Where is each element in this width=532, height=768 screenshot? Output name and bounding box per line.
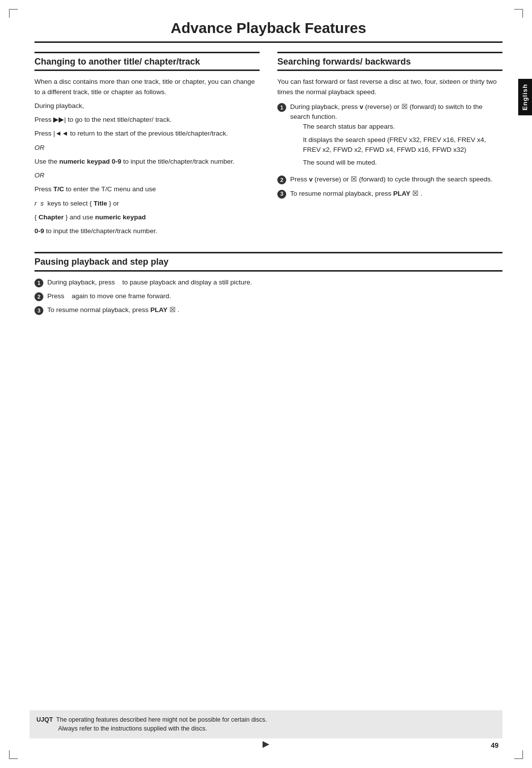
corner-tl [9, 9, 18, 18]
left-bold-chapter: Chapter [38, 213, 64, 221]
left-intro: When a disc contains more than one track… [34, 77, 260, 97]
search-step-2: 2 Press v (reverse) or ☒ (forward) to cy… [277, 175, 502, 184]
left-para8: 0-9 to input the title/chapter/track num… [34, 226, 260, 236]
step-1-text: During playback, press v (reverse) or ☒ … [290, 103, 482, 120]
left-para3: Press |◄◄ to return to the start of the … [34, 129, 260, 139]
pause-step-1: 1 During playback, press to pause playba… [34, 278, 502, 287]
pause-step-3-text: To resume normal playback, press PLAY ☒ … [47, 305, 179, 315]
section-title-searching: Searching forwards/ backwards [277, 56, 502, 68]
note-box: UJQT The operating features described he… [30, 710, 502, 739]
left-para4: Use the numeric keypad 0-9 to input the … [34, 157, 260, 167]
search-step-3: 3 To resume normal playback, press PLAY … [277, 189, 502, 199]
page-number: 49 [491, 741, 499, 749]
left-column: Changing to another title/ chapter/track… [34, 52, 260, 241]
left-bold-tc: T/C [53, 185, 64, 193]
note-line2: Always refer to the instructions supplie… [36, 725, 207, 732]
section-header-pausing: Pausing playback and step play [34, 252, 502, 271]
step-1-content: During playback, press v (reverse) or ☒ … [290, 102, 502, 171]
pause-step-3: 3 To resume normal playback, press PLAY … [34, 305, 502, 315]
left-bold-09: 0-9 [34, 227, 44, 235]
pause-step-2: 2 Press again to move one frame forward. [34, 291, 502, 301]
left-bold-keypad: numeric keypad 0-9 [59, 158, 121, 165]
left-italic-rs: r s [34, 200, 44, 207]
pause-steps-list: 1 During playback, press to pause playba… [34, 278, 502, 315]
left-body-text: When a disc contains more than one track… [34, 77, 260, 236]
pause-step-2-text: Press again to move one frame forward. [47, 291, 171, 301]
step-circle-1: 1 [277, 103, 286, 112]
right-body-text: You can fast forward or fast reverse a d… [277, 77, 502, 97]
step-circle-3: 3 [277, 190, 286, 199]
left-para1: During playback, [34, 101, 260, 111]
step-1-v: v [360, 103, 364, 110]
step-1-sub3: The sound will be muted. [303, 158, 502, 168]
bottom-arrow-icon: ▶ [263, 738, 269, 749]
page-container: English Advance Playback Features Changi… [0, 0, 532, 768]
step-1-sub1: The search status bar appears. [303, 122, 502, 132]
left-para7: { Chapter } and use numeric keypad [34, 212, 260, 222]
left-bold-title: Title [94, 200, 107, 207]
step-2-text: Press v (reverse) or ☒ (forward) to cycl… [290, 175, 493, 184]
step-1-sub2: It displays the search speed (FREV x32, … [303, 135, 502, 155]
pause-step-1-text: During playback, press to pause playback… [47, 278, 252, 287]
section-title-changing: Changing to another title/ chapter/track [34, 56, 260, 68]
right-column: Searching forwards/ backwards You can fa… [277, 52, 502, 241]
pausing-section: Pausing playback and step play 1 During … [34, 252, 502, 315]
left-para2: Press ▶▶| to go to the next title/chapte… [34, 115, 260, 125]
note-line1: The operating features described here mi… [56, 716, 267, 723]
search-steps-list: 1 During playback, press v (reverse) or … [277, 102, 502, 199]
step-3-play: PLAY [393, 190, 410, 197]
page-title: Advance Playback Features [34, 20, 502, 43]
corner-bl [9, 750, 18, 759]
section-title-pausing: Pausing playback and step play [34, 256, 502, 268]
pause-play-bold: PLAY [150, 306, 167, 314]
search-step-1: 1 During playback, press v (reverse) or … [277, 102, 502, 171]
pause-circle-2: 2 [34, 292, 43, 301]
left-or2: OR [34, 171, 260, 180]
step-2-v: v [309, 175, 313, 183]
left-para6: r s keys to select { Title } or [34, 199, 260, 209]
section-header-searching: Searching forwards/ backwards [277, 52, 502, 71]
corner-br [514, 750, 523, 759]
step-circle-2: 2 [277, 175, 286, 184]
left-or1: OR [34, 143, 260, 153]
english-tab: English [518, 79, 532, 115]
pause-circle-3: 3 [34, 306, 43, 315]
corner-tr [514, 9, 523, 18]
left-bold-numkeypad: numeric keypad [95, 213, 146, 221]
pause-circle-1: 1 [34, 279, 43, 287]
left-para5: Press T/C to enter the T/C menu and use [34, 184, 260, 194]
step-3-text: To resume normal playback, press PLAY ☒ … [290, 189, 422, 199]
note-label: UJQT [36, 716, 53, 723]
section-header-changing: Changing to another title/ chapter/track [34, 52, 260, 71]
two-column-layout: Changing to another title/ chapter/track… [34, 52, 502, 241]
right-intro: You can fast forward or fast reverse a d… [277, 77, 502, 97]
